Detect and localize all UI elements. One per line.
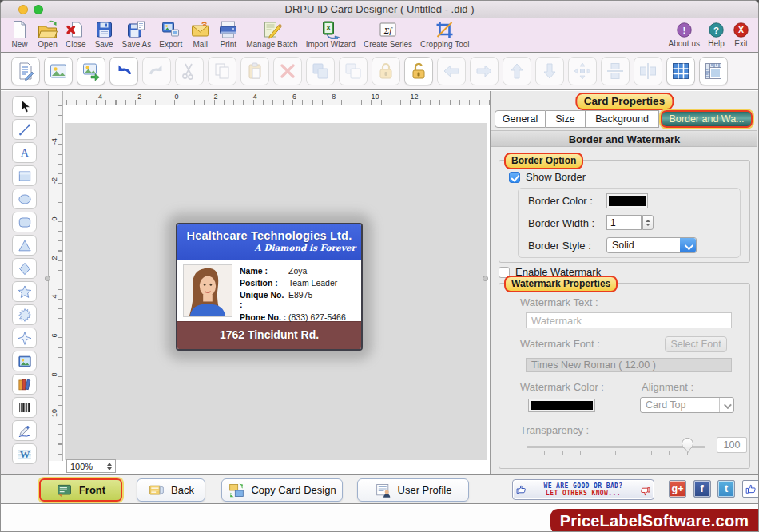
user-profile-button[interactable]: User Profile bbox=[357, 478, 469, 502]
alignment-select[interactable]: Card Top bbox=[640, 397, 734, 413]
tab-border-and-watermark[interactable]: Border and Wa... bbox=[661, 110, 753, 128]
card-photo[interactable] bbox=[183, 264, 232, 317]
cut-button[interactable] bbox=[175, 57, 204, 85]
open-button[interactable]: Open bbox=[34, 19, 62, 52]
redo-button[interactable] bbox=[142, 57, 171, 85]
align-vertical-button[interactable] bbox=[601, 57, 630, 85]
brand-watermark: PriceLabelSoftware.com bbox=[550, 509, 758, 532]
show-border-checkbox[interactable] bbox=[509, 172, 520, 183]
insert-image-button[interactable] bbox=[44, 57, 73, 85]
create-series-button[interactable]: ΣfCreate Series bbox=[360, 19, 416, 52]
transparency-slider-thumb[interactable] bbox=[682, 438, 693, 450]
save-as-button[interactable]: Save As bbox=[118, 19, 156, 52]
tool-ellipse[interactable] bbox=[12, 189, 37, 209]
id-card[interactable]: Healthcare Technologies Ltd. A Diamond i… bbox=[176, 223, 363, 351]
mail-button[interactable]: Mail bbox=[186, 19, 214, 52]
align-horizontal-button[interactable] bbox=[634, 57, 662, 85]
google-plus-icon[interactable]: g+ bbox=[669, 480, 686, 498]
help-button[interactable]: ?Help bbox=[704, 19, 729, 52]
tool-select[interactable] bbox=[12, 96, 37, 117]
manage-batch-icon bbox=[262, 20, 282, 39]
minimize-button[interactable] bbox=[18, 5, 28, 14]
tool-triangle[interactable] bbox=[12, 235, 37, 256]
tool-signature[interactable] bbox=[12, 420, 37, 441]
card-field-row[interactable]: Name :Zoya bbox=[240, 266, 361, 276]
unlock-button[interactable] bbox=[404, 57, 433, 85]
new-button[interactable]: New bbox=[6, 19, 34, 52]
delete-button[interactable] bbox=[273, 57, 302, 85]
group-button[interactable] bbox=[306, 57, 335, 85]
tool-starburst[interactable] bbox=[12, 304, 37, 325]
twitter-icon[interactable]: t bbox=[717, 480, 735, 498]
splitter-handle-left[interactable] bbox=[45, 276, 50, 281]
thumbs-up-icon[interactable] bbox=[742, 480, 759, 498]
border-style-select[interactable]: Solid bbox=[606, 237, 697, 253]
watermark-text-input[interactable] bbox=[526, 312, 732, 328]
tab-general[interactable]: General bbox=[495, 110, 546, 128]
move-left-button[interactable] bbox=[437, 57, 466, 85]
show-border-row[interactable]: Show Border bbox=[509, 171, 586, 183]
tab-size[interactable]: Size bbox=[546, 110, 586, 128]
tool-barcode[interactable] bbox=[12, 397, 37, 418]
zoom-window-button[interactable] bbox=[34, 5, 43, 14]
lock-button[interactable] bbox=[372, 57, 400, 85]
about-us-button[interactable]: !About us bbox=[665, 19, 704, 52]
zoom-control[interactable]: 100% bbox=[66, 459, 116, 473]
exit-button[interactable]: XExit bbox=[729, 19, 753, 52]
back-button[interactable]: Back bbox=[137, 478, 205, 502]
tool-rectangle[interactable] bbox=[12, 165, 37, 186]
export-button[interactable]: Export bbox=[155, 19, 186, 52]
card-field-row[interactable]: Phone No. :(833) 627-5466 bbox=[240, 312, 361, 322]
move-up-button[interactable] bbox=[503, 57, 531, 85]
tool-rounded-rectangle[interactable] bbox=[12, 212, 37, 232]
design-canvas[interactable]: Healthcare Technologies Ltd. A Diamond i… bbox=[63, 105, 490, 474]
toggle-grid-button[interactable] bbox=[666, 57, 695, 85]
card-field-row[interactable]: Position :Team Leader bbox=[240, 278, 361, 288]
import-wizard-button[interactable]: XImport Wizard bbox=[302, 19, 360, 52]
tool-word-art[interactable]: W bbox=[12, 443, 37, 464]
tool-image-library[interactable] bbox=[12, 374, 37, 395]
ungroup-button[interactable] bbox=[339, 57, 368, 85]
feedback-badge[interactable]: WE ARE GOOD OR BAD? LET OTHERS KNOW... bbox=[512, 479, 654, 500]
card-field-row[interactable]: Unique No. :E8975 bbox=[240, 290, 361, 309]
splitter-handle-right[interactable] bbox=[483, 276, 488, 281]
facebook-icon[interactable]: f bbox=[693, 480, 711, 498]
tab-background[interactable]: Background bbox=[586, 110, 659, 128]
front-button[interactable]: Front bbox=[39, 478, 122, 502]
copy-card-design-button[interactable]: Copy Card Design bbox=[221, 478, 343, 502]
card-header[interactable]: Healthcare Technologies Ltd. A Diamond i… bbox=[177, 224, 361, 260]
tool-star[interactable] bbox=[12, 281, 37, 302]
chevron-down-icon[interactable] bbox=[719, 398, 733, 412]
tool-four-point-star[interactable] bbox=[12, 328, 37, 348]
page-properties-button[interactable] bbox=[11, 57, 40, 85]
paste-button[interactable] bbox=[240, 57, 269, 85]
manage-batch-button[interactable]: Manage Batch bbox=[242, 19, 302, 52]
move-down-button[interactable] bbox=[535, 57, 564, 85]
cropping-tool-button[interactable]: Cropping Tool bbox=[416, 19, 474, 52]
move-right-button[interactable] bbox=[470, 57, 499, 85]
card-company-text[interactable]: Healthcare Technologies Ltd. bbox=[177, 224, 361, 242]
select-font-button[interactable]: Select Font bbox=[665, 336, 727, 352]
tool-line[interactable] bbox=[12, 119, 37, 140]
watermark-color-swatch[interactable] bbox=[528, 399, 595, 412]
zoom-stepper[interactable] bbox=[107, 463, 112, 470]
copy-button[interactable] bbox=[208, 57, 236, 85]
transparency-slider[interactable] bbox=[527, 446, 705, 448]
border-color-swatch[interactable] bbox=[606, 193, 648, 208]
chevron-down-icon[interactable] bbox=[680, 238, 696, 252]
save-button[interactable]: Save bbox=[90, 19, 118, 52]
tool-text[interactable]: A bbox=[12, 142, 37, 163]
undo-button[interactable] bbox=[109, 57, 138, 85]
tool-diamond[interactable] bbox=[12, 258, 37, 279]
tool-image[interactable] bbox=[12, 351, 37, 371]
card-field-value: (833) 627-5466 bbox=[288, 312, 346, 322]
border-width-input[interactable] bbox=[606, 215, 642, 230]
export-image-button[interactable] bbox=[77, 57, 105, 85]
border-width-stepper[interactable] bbox=[642, 215, 654, 230]
toggle-ruler-button[interactable] bbox=[699, 57, 728, 85]
card-tagline-text[interactable]: A Diamond is Forever bbox=[177, 243, 361, 252]
close-button[interactable]: Close bbox=[62, 19, 90, 52]
print-button[interactable]: Print bbox=[214, 19, 242, 52]
card-footer[interactable]: 1762 Tincidunt Rd. bbox=[177, 321, 361, 349]
center-object-button[interactable] bbox=[568, 57, 597, 85]
